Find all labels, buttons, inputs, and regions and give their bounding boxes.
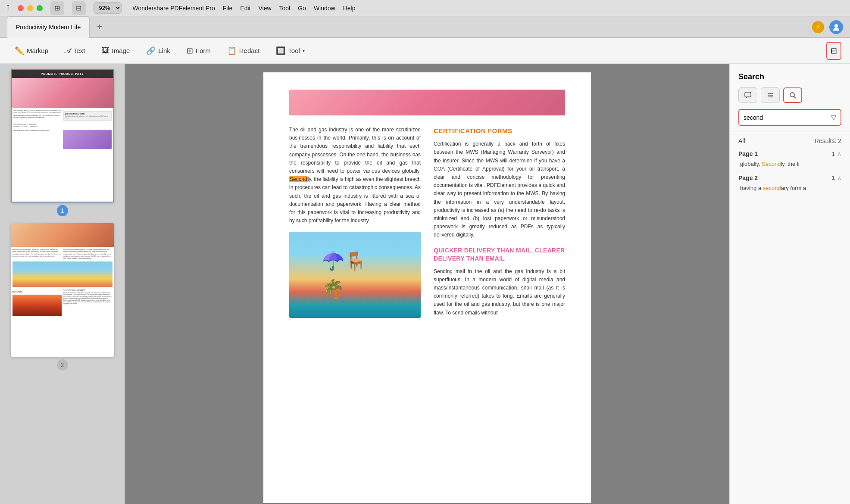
zoom-select[interactable]: 92% [94,2,122,14]
search-icons-row [738,87,841,103]
result-page-1-count: 1 [832,151,835,157]
result-highlight-1: Second [762,161,781,167]
pdf-area[interactable]: The oil and gas industry is one of the m… [125,64,729,504]
thumb-p1-header: PROMOTE PRODUCTIVITY [12,70,113,78]
toolbar: ✏️ Markup 𝒜 Text 🖼 Image 🔗 Link ⊞ Form 📋… [0,38,850,64]
thumb-page-2-content: attachments, means that the person has t… [11,223,114,357]
thumb-p2-body: attachments, means that the person has t… [11,247,114,318]
split-view-icon[interactable]: ⊟ [72,1,86,15]
svg-rect-1 [745,92,751,97]
thumb-page-1-number: 1 [57,205,68,216]
search-input[interactable] [739,111,827,124]
tool-chevron: ▾ [303,48,305,53]
menu-help[interactable]: Help [343,5,356,12]
link-button[interactable]: 🔗 Link [140,43,176,59]
menubar:  ⊞ ⊟ 92% Wondershare PDFelement Pro Fil… [0,0,850,16]
search-results: All Results: 2 Page 1 1 ∧ globally. Seco… [730,131,850,504]
svg-point-0 [834,24,838,28]
panel-icon: ⊟ [831,46,837,56]
thumb-p1-image2 [63,130,112,149]
app-name: Wondershare PDFelement Pro [133,5,215,12]
minimize-button[interactable] [27,5,33,11]
menu-edit[interactable]: Edit [240,5,250,12]
results-all-label: All [738,137,745,144]
result-page-2-header: Page 2 1 ∧ [738,174,841,181]
image-button[interactable]: 🖼 Image [96,43,136,59]
thumb-p1-body: The oil and gas industry is one of the m… [12,108,113,151]
menu-tool[interactable]: Tool [279,5,291,12]
menu-view[interactable]: View [258,5,271,12]
search-filter-button[interactable]: ▽ [827,110,841,125]
pdf-section1-text: Certification is generally a back and fo… [434,140,565,239]
mac-window-controls [18,5,43,11]
thumb-p2-image2 [12,295,62,316]
pdf-body-text-1: The oil and gas industry is one of the m… [289,126,421,225]
pdf-columns: The oil and gas industry is one of the m… [289,126,565,325]
pdf-beach-image: ☂️🪑🌴 [289,232,421,318]
thumb-p1-image [12,78,113,108]
result-page-2-count: 1 [832,174,835,181]
list-icon-button[interactable] [761,87,780,103]
thumb-p2-image1 [11,223,114,247]
text-button[interactable]: 𝒜 Text [59,44,91,58]
thumbnail-page-2[interactable]: attachments, means that the person has t… [5,223,119,370]
result-page-2-label: Page 2 [738,174,758,181]
menu-file[interactable]: File [223,5,233,12]
results-count: Results: 2 [815,137,841,144]
form-button[interactable]: ⊞ Form [181,43,217,59]
form-icon: ⊞ [187,46,193,56]
thumbnail-panel: PROMOTE PRODUCTIVITY The oil and gas ind… [0,64,125,504]
maximize-button[interactable] [37,5,43,11]
section2-heading: QUICKER DELIVERY THAN MAIL, CLEARER DELI… [434,246,565,263]
tab-add-button[interactable]: + [93,21,106,34]
chevron-up-icon-1: ∧ [838,151,841,157]
filter-icon: ▽ [831,114,836,121]
thumb-page-1-content: PROMOTE PRODUCTIVITY The oil and gas ind… [11,69,114,202]
section1-heading: CERTIFICATION FORMS [434,126,565,136]
pdf-page: The oil and gas industry is one of the m… [263,72,591,503]
markup-button[interactable]: ✏️ Markup [9,43,54,59]
redact-icon: 📋 [227,46,237,56]
result-snippet-1[interactable]: globally. Secondly, the li [738,160,841,168]
user-avatar[interactable] [829,20,843,34]
menu-go[interactable]: Go [298,5,306,12]
pdf-section2-text: Sending mail in the oil and the gas indu… [434,268,565,317]
close-button[interactable] [18,5,24,11]
image-icon: 🖼 [102,46,109,55]
thumb-page-2-number: 2 [57,359,68,370]
grid-view-icon[interactable]: ⊞ [50,1,64,15]
search-header: Search [730,64,850,131]
tab-label: Productivity Modern Life [16,24,81,31]
tool-icon: 🔲 [276,46,285,56]
redact-button[interactable]: 📋 Redact [221,43,266,59]
search-title: Search [738,72,841,81]
tabbar-right: ⚡ [812,20,843,34]
link-icon: 🔗 [146,46,156,56]
thumb-p2-photo [12,261,112,287]
result-snippet-2[interactable]: having a secondary form a [738,184,841,193]
pdf-header-image [289,90,565,115]
tips-logo: ⚡ [812,21,824,33]
thumb-cert-box: CERTIFICATION FORMS Certification is gen… [63,111,112,121]
result-page-1-header: Page 1 1 ∧ [738,150,841,157]
result-highlight-2: second [763,185,781,191]
search-icon-button[interactable] [783,87,802,103]
svg-point-5 [790,93,794,97]
results-all-row: All Results: 2 [738,137,841,144]
menu-window[interactable]: Window [314,5,335,12]
markup-icon: ✏️ [15,46,24,56]
thumbnail-page-1[interactable]: PROMOTE PRODUCTIVITY The oil and gas ind… [5,69,119,216]
tool-button[interactable]: 🔲 Tool ▾ [270,43,311,59]
search-input-row: ▽ [738,109,841,126]
apple-icon:  [7,3,10,12]
text-icon: 𝒜 [65,47,71,55]
result-page-1-label: Page 1 [738,150,758,157]
panel-toggle-button[interactable]: ⊟ [826,42,841,60]
pdf-right-col: CERTIFICATION FORMS Certification is gen… [434,126,565,325]
tabbar: Productivity Modern Life + ⚡ [0,16,850,38]
comment-icon-button[interactable] [738,87,757,103]
svg-line-6 [794,96,796,98]
pdf-left-col: The oil and gas industry is one of the m… [289,126,421,325]
tab-productivity[interactable]: Productivity Modern Life [7,16,90,38]
main-layout: PROMOTE PRODUCTIVITY The oil and gas ind… [0,64,850,504]
